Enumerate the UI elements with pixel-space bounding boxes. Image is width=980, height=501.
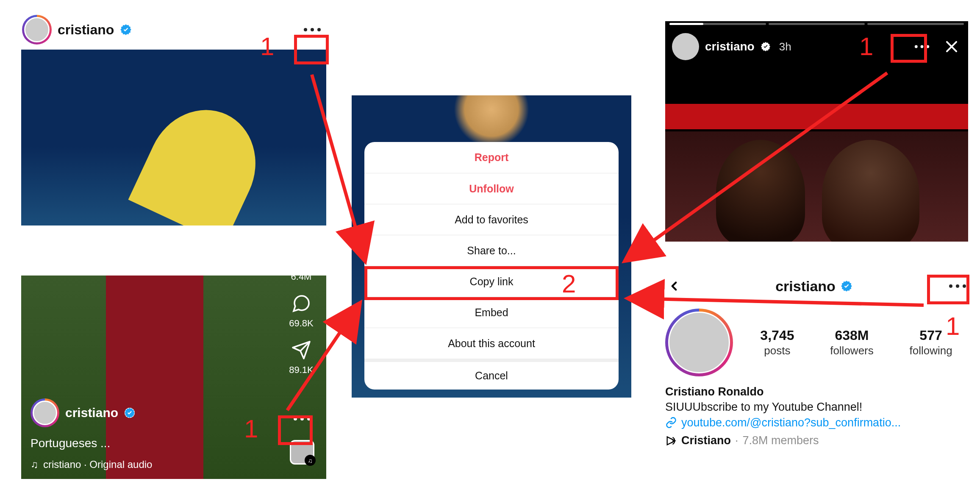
profile-link-text: youtube.com/@cristiano?sub_confirmatio..… [681,415,901,430]
reel-info: cristiano Portugueses ... ♫ cristiano · … [31,398,275,470]
post-avatar-ring[interactable] [22,15,52,45]
story-avatar[interactable] [672,33,699,60]
svg-point-5 [307,417,311,420]
profile-channel-members: 7.8M members [743,433,819,448]
music-note-icon: ♫ [31,459,38,470]
reel-viewer: 6.4M 69.8K 89.1K ♫ cristiano Portugueses [21,276,326,479]
profile-channel-row[interactable]: Cristiano · 7.8M members [665,433,970,448]
reel-audio-label: cristiano · Original audio [43,459,152,470]
sheet-about-account[interactable]: About this account [364,328,619,359]
profile-channel-name: Cristiano [681,433,731,448]
verified-badge-icon [761,42,771,52]
reel-avatar-ring [31,398,59,427]
story-progress-segment [769,23,865,25]
music-note-icon: ♫ [305,455,316,466]
verified-badge-icon [124,407,135,418]
action-sheet-overlay: Report Unfollow Add to favorites Share t… [352,95,631,398]
stat-followers-label: followers [830,344,874,357]
story-viewer: cristiano 3h [665,21,968,242]
stat-posts-value: 3,745 [760,328,794,343]
story-progress [669,23,964,26]
story-age: 3h [779,40,791,53]
link-icon [665,417,677,429]
story-username[interactable]: cristiano [705,40,755,53]
story-more-button[interactable] [912,37,932,56]
stat-posts-label: posts [764,344,790,357]
post-media[interactable] [21,50,326,225]
sheet-embed[interactable]: Embed [364,297,619,328]
feed-post: cristiano [21,15,327,225]
svg-point-1 [311,28,314,31]
stat-following-label: following [909,344,952,357]
reel-comment-count: 69.8K [289,318,314,329]
profile-username: cristiano [775,278,836,295]
profile-header-row: 3,745 posts 638M followers 577 following [665,309,970,376]
sheet-share-to[interactable]: Share to... [364,235,619,266]
svg-point-10 [949,284,952,288]
reel-avatar [33,401,57,425]
sheet-copy-link[interactable]: Copy link [364,266,619,297]
stat-posts[interactable]: 3,745 posts [760,328,794,357]
action-sheet: Report Unfollow Add to favorites Share t… [364,142,619,390]
reel-audio-link[interactable]: ♫ cristiano · Original audio [31,459,275,470]
svg-point-9 [926,45,929,48]
annotation-step-1: 1 [260,34,274,59]
profile-avatar [668,312,730,373]
reel-share-button[interactable]: 89.1K [282,339,320,376]
post-username[interactable]: cristiano [58,22,114,38]
reel-more-button[interactable] [287,406,317,431]
story-close-button[interactable] [942,37,961,56]
broadcast-icon [665,435,677,447]
story-progress-segment [867,23,964,25]
stat-following-value: 577 [919,328,942,343]
reel-author[interactable]: cristiano [31,398,275,427]
profile-avatar-ring[interactable] [665,309,733,376]
profile-title[interactable]: cristiano [775,278,852,295]
post-header: cristiano [21,15,327,50]
reel-like-button[interactable]: 6.4M [282,276,320,282]
profile-bio-text: SIUUUbscribe to my Youtube Channel! [665,399,970,415]
share-icon [290,339,312,361]
story-progress-segment [669,23,766,25]
stat-followers[interactable]: 638M followers [830,328,874,357]
story-header: cristiano 3h [672,33,961,60]
sheet-cancel[interactable]: Cancel [364,359,619,390]
profile-bio: Cristiano Ronaldo SIUUUbscribe to my You… [665,384,970,448]
post-more-button[interactable] [297,17,327,42]
svg-point-2 [317,28,321,31]
post-avatar[interactable] [24,17,50,42]
reel-username: cristiano [65,406,118,420]
verified-badge-icon [841,280,852,292]
profile-page: cristiano 3,745 posts 638M followers 577… [665,271,970,448]
svg-point-7 [915,45,918,48]
profile-link-row[interactable]: youtube.com/@cristiano?sub_confirmatio..… [665,415,970,430]
svg-point-11 [956,284,959,288]
back-button[interactable] [665,277,683,295]
reel-share-count: 89.1K [289,365,314,376]
annotation-step-2: 2 [562,271,576,297]
svg-point-0 [304,28,307,31]
profile-stats: 3,745 posts 638M followers 577 following [742,328,970,357]
comment-icon [290,292,312,315]
reel-side-actions: 6.4M 69.8K 89.1K [282,276,320,386]
verified-badge-icon [120,24,132,36]
annotation-step-1: 1 [946,314,960,339]
stat-followers-value: 638M [835,328,869,343]
profile-display-name: Cristiano Ronaldo [665,384,970,399]
annotation-step-1: 1 [244,416,258,442]
sheet-report[interactable]: Report [364,142,619,173]
svg-point-8 [921,45,924,48]
sheet-add-favorites[interactable]: Add to favorites [364,204,619,235]
sheet-unfollow[interactable]: Unfollow [364,173,619,204]
svg-point-12 [963,284,966,288]
reel-audio-tile[interactable]: ♫ [290,440,314,465]
profile-topbar: cristiano [665,271,970,301]
reel-like-count: 6.4M [291,276,312,282]
svg-point-4 [300,417,304,420]
svg-point-3 [294,417,297,420]
reel-caption[interactable]: Portugueses ... [31,437,275,450]
annotation-step-1: 1 [859,34,873,59]
profile-more-button[interactable] [945,277,970,295]
reel-comment-button[interactable]: 69.8K [282,292,320,329]
